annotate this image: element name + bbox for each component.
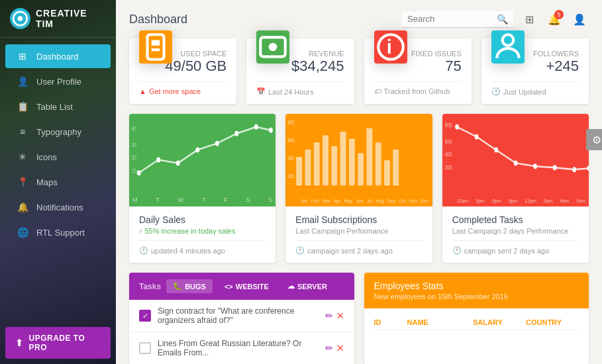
website-tab[interactable]: <> WEBSITE	[218, 280, 276, 293]
svg-point-46	[533, 163, 537, 169]
svg-rect-36	[384, 160, 390, 185]
svg-point-15	[234, 131, 238, 136]
svg-point-44	[494, 148, 498, 153]
bottom-row: Tasks 🐛 BUGS <> WEBSITE ☁ SERVER ✓ Sign …	[129, 273, 589, 364]
employees-table-header: ID Name Salary Country	[374, 315, 579, 330]
upgrade-button[interactable]: ⬆ Upgrade To PRO	[5, 327, 111, 359]
tag-icon: 🏷	[374, 87, 381, 95]
stat-card-used-space: Used Space 49/50 GB ▲ Get more space	[129, 38, 236, 104]
svg-rect-26	[297, 157, 303, 185]
task-item-1: ✓ Sign contract for "What are conference…	[129, 300, 354, 332]
email-subscriptions-body: Email Subscriptions Last Campaign Perfor…	[285, 206, 432, 263]
chart-email-subscriptions: 800 600 400 200	[285, 114, 432, 263]
settings-gear-icon[interactable]: ⚙	[586, 129, 602, 150]
search-icon[interactable]: 🔍	[497, 14, 508, 24]
used-space-footer-link[interactable]: Get more space	[149, 87, 201, 95]
employees-subtitle: New employees on 15th September 2016	[374, 293, 579, 300]
svg-point-1	[18, 16, 23, 21]
sidebar-item-dashboard[interactable]: ⊞ Dashboard	[5, 44, 111, 68]
sidebar-item-label: Table List	[36, 102, 73, 112]
svg-text:20: 20	[132, 154, 137, 161]
daily-sales-body: Daily Sales ↑ 55% increase in today sale…	[129, 206, 276, 263]
task-text-2: Lines From Great Russian Literature? Or …	[158, 339, 319, 357]
sidebar-item-label: Notifications	[36, 203, 83, 212]
sidebar-item-label: Icons	[36, 152, 57, 162]
svg-rect-31	[340, 132, 346, 185]
completed-tasks-chart: 800 600 400 200 12am 3pm	[442, 114, 589, 206]
user-avatar-icon[interactable]: 👤	[570, 10, 589, 28]
edit-icon-2[interactable]: ✏	[325, 343, 333, 353]
svg-text:200: 200	[288, 173, 295, 180]
email-subscriptions-footer: 🕐 campaign sent 2 days ago	[295, 240, 422, 255]
task-checkbox-1[interactable]: ✓	[139, 310, 151, 322]
search-input[interactable]	[407, 14, 493, 24]
svg-text:600: 600	[288, 137, 295, 144]
sidebar-item-rtl-support[interactable]: 🌐 RTL Support	[5, 220, 111, 244]
svg-point-13	[195, 148, 199, 153]
svg-text:10: 10	[132, 167, 137, 174]
sidebar-item-maps[interactable]: 📍 Maps	[5, 170, 111, 194]
sidebar-item-user-profile[interactable]: 👤 User Profile	[5, 69, 111, 93]
used-space-icon	[139, 30, 172, 64]
svg-point-17	[269, 128, 273, 133]
sidebar-item-icons[interactable]: ✳ Icons	[5, 145, 111, 169]
svg-text:400: 400	[288, 155, 295, 162]
page-title: Dashboard	[129, 13, 187, 26]
dashboard-icon: ⊞	[15, 51, 30, 62]
svg-rect-30	[332, 146, 338, 186]
revenue-icon	[256, 30, 289, 64]
svg-point-6	[269, 43, 277, 52]
cloud-icon: ☁	[287, 282, 295, 291]
svg-text:30: 30	[132, 142, 137, 148]
svg-point-10	[137, 170, 141, 175]
delete-icon-1[interactable]: ✕	[336, 310, 344, 321]
notification-bell-icon[interactable]: 🔔 5	[545, 10, 564, 28]
bug-icon: 🐛	[173, 282, 182, 291]
svg-point-45	[513, 160, 517, 165]
svg-point-11	[156, 157, 160, 162]
fixed-issues-icon: i	[374, 30, 407, 64]
search-box: 🔍	[402, 11, 513, 28]
task-checkbox-2[interactable]	[139, 342, 151, 354]
col-country: Country	[526, 318, 579, 326]
employees-header: Employees Stats New employees on 15th Se…	[364, 273, 589, 308]
chart-completed-tasks: 800 600 400 200 12am 3pm	[442, 114, 589, 263]
sidebar-item-typography[interactable]: ≡ Typography	[5, 120, 111, 144]
task-item-2: Lines From Great Russian Literature? Or …	[129, 332, 354, 364]
task-text-1: Sign contract for "What are conference o…	[158, 306, 319, 325]
svg-rect-37	[393, 150, 399, 185]
user-icon: 👤	[15, 76, 30, 87]
svg-rect-27	[305, 150, 311, 185]
up-arrow-icon: ↑	[139, 227, 143, 235]
completed-tasks-title: Completed Tasks	[452, 214, 579, 225]
completed-tasks-footer: 🕐 campaign sent 2 days ago	[452, 240, 579, 255]
main-header: Dashboard 🔍 ⊞ 🔔 5 👤	[129, 10, 589, 28]
completed-tasks-body: Completed Tasks Last Campaign 2 days Per…	[442, 206, 589, 263]
table-icon: 📋	[15, 101, 30, 112]
svg-point-9	[502, 34, 513, 46]
header-right: 🔍 ⊞ 🔔 5 👤	[402, 10, 589, 28]
sidebar-item-label: Maps	[36, 177, 58, 187]
clock-icon: 🕐	[452, 246, 462, 255]
code-icon: <>	[225, 283, 233, 291]
daily-sales-chart: 40 30 20 10 MTWTFSS	[129, 114, 276, 206]
stat-card-fixed-issues: i Fixed Issues 75 🏷 Tracked from Github	[364, 38, 472, 104]
main-content: Dashboard 🔍 ⊞ 🔔 5 👤 ⚙ Used Space 49/50 G…	[116, 0, 602, 364]
sidebar-item-table-list[interactable]: 📋 Table List	[5, 95, 111, 118]
followers-footer-text: Just Updated	[503, 88, 546, 96]
svg-point-47	[552, 165, 556, 170]
server-tab[interactable]: ☁ SERVER	[281, 279, 334, 293]
svg-text:800: 800	[444, 122, 452, 128]
task-actions-1: ✏ ✕	[325, 310, 344, 321]
sidebar-item-notifications[interactable]: 🔔 Notifications	[5, 195, 111, 219]
sidebar: CREATIVE TIM ⊞ Dashboard 👤 User Profile …	[0, 0, 116, 364]
grid-icon[interactable]: ⊞	[520, 10, 538, 28]
svg-rect-28	[314, 142, 320, 185]
delete-icon-2[interactable]: ✕	[336, 343, 344, 353]
tasks-label: Tasks	[139, 282, 161, 291]
charts-row: 40 30 20 10 MTWTFSS Daily Sales ↑ 55% in…	[129, 114, 589, 263]
daily-sales-subtitle: ↑ 55% increase in today sales	[139, 227, 266, 235]
sidebar-item-label: Dashboard	[36, 52, 79, 62]
edit-icon-1[interactable]: ✏	[325, 310, 333, 321]
bugs-tab[interactable]: 🐛 BUGS	[166, 279, 213, 293]
